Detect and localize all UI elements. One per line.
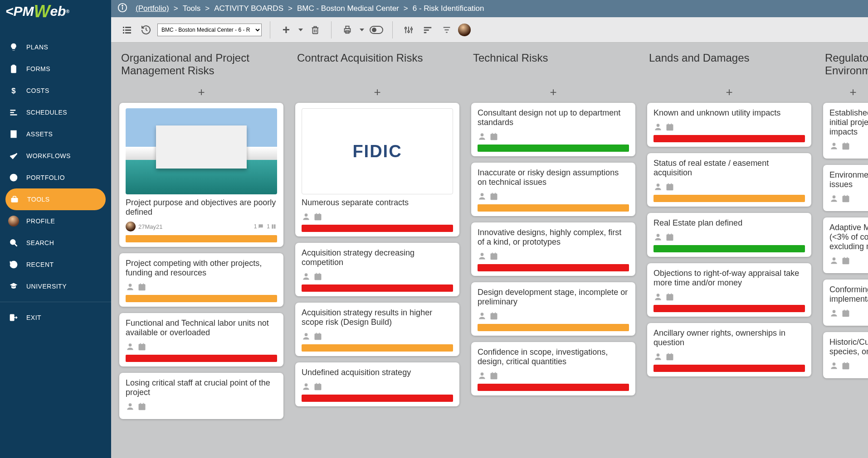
nav-item-profile[interactable]: PROFILE	[0, 210, 111, 232]
svg-rect-143	[843, 144, 848, 149]
nav-item-exit[interactable]: EXIT	[0, 302, 111, 328]
card[interactable]: Inaccurate or risky design assumptions o…	[471, 163, 635, 216]
card[interactable]: Status of real estate / easement acquisi…	[647, 153, 811, 207]
status-bar	[302, 395, 453, 402]
card-title: Design development stage, incomplete or …	[478, 288, 629, 307]
column-add-button[interactable]: +	[471, 84, 635, 103]
column-title: Regulatory Environme	[823, 48, 868, 84]
nav-item-schedules[interactable]: SCHEDULES	[0, 101, 111, 123]
bulb-icon	[8, 42, 19, 53]
breadcrumb-segment[interactable]: ACTIVITY BOARDS	[214, 4, 283, 13]
card[interactable]: Innovative designs, highly complex, firs…	[471, 222, 635, 276]
card[interactable]: Known and unknown utility impacts	[647, 103, 811, 147]
card[interactable]: Losing critical staff at crucial point o…	[119, 373, 283, 419]
svg-rect-138	[667, 354, 673, 360]
card[interactable]: Design development stage, incomplete or …	[471, 282, 635, 336]
history-icon	[8, 259, 19, 270]
svg-rect-51	[424, 32, 427, 33]
svg-rect-118	[667, 125, 673, 130]
print-dropdown-button[interactable]	[359, 22, 365, 38]
add-button[interactable]: +	[278, 22, 294, 38]
card[interactable]: Undefined acquisition strategy	[295, 362, 459, 406]
svg-point-157	[833, 310, 836, 313]
svg-point-87	[305, 383, 308, 386]
nav-item-portfolio[interactable]: PORTFOLIO	[0, 167, 111, 188]
card-meta-icons	[829, 141, 868, 150]
nav-item-tools[interactable]: TOOLS	[5, 188, 106, 210]
card-meta: 27May2111	[126, 222, 277, 231]
column-add-button[interactable]: +	[295, 84, 459, 103]
card-title: Historic/Cul species, or v	[829, 337, 868, 357]
nav-label: COSTS	[26, 87, 49, 94]
card[interactable]: FIDICNumerous separate contracts	[295, 103, 459, 236]
card[interactable]: Historic/Cul species, or v	[823, 332, 868, 378]
nav-item-forms[interactable]: FORMS	[0, 58, 111, 80]
nav-item-assets[interactable]: ASSETS	[0, 123, 111, 145]
settings-button[interactable]	[401, 22, 416, 38]
nav-label: FORMS	[26, 65, 50, 72]
card[interactable]: Project purpose and objectives are poorl…	[119, 103, 283, 247]
card-title: Functional and Technical labor units not…	[126, 318, 277, 337]
avatar-icon	[8, 216, 19, 227]
card[interactable]: Conforming implementa	[823, 280, 868, 326]
info-icon[interactable]	[117, 3, 127, 15]
exit-icon	[8, 312, 19, 323]
svg-point-82	[305, 333, 308, 336]
card-title: Project purpose and objectives are poorl…	[126, 198, 277, 217]
add-dropdown-button[interactable]	[297, 22, 304, 38]
nav-label: PLANS	[26, 43, 48, 51]
card[interactable]: Objections to right-of-way appraisal tak…	[647, 263, 811, 317]
board: Organizational and Project Management Ri…	[117, 46, 862, 454]
card[interactable]: Acquisition strategy results in higher s…	[295, 303, 459, 356]
breadcrumb-segment[interactable]: BMC - Boston Medical Center	[297, 4, 399, 13]
card-meta-icons	[126, 282, 277, 291]
board-scroll[interactable]: Organizational and Project Management Ri…	[111, 43, 868, 458]
status-bar	[302, 344, 453, 352]
list-view-button[interactable]	[119, 22, 135, 38]
card[interactable]: Acquisition strategy decreasing competit…	[295, 243, 459, 296]
nav-label: WORKFLOWS	[26, 152, 71, 159]
svg-rect-103	[491, 254, 497, 260]
column-title: Contract Acquisition Risks	[295, 48, 459, 84]
svg-rect-1	[13, 65, 15, 67]
status-bar	[302, 225, 453, 232]
column-add-button[interactable]: +	[823, 84, 868, 103]
card[interactable]: Environmen issues	[823, 165, 868, 211]
card[interactable]: Established initial projec impacts	[823, 103, 868, 159]
delete-button[interactable]	[307, 22, 323, 38]
breadcrumb-root[interactable]: (Portfolio)	[136, 4, 169, 13]
svg-point-127	[657, 234, 660, 237]
board-selector[interactable]: BMC - Boston Medical Center - 6 - R	[157, 24, 262, 36]
nav-item-workflows[interactable]: WORKFLOWS	[0, 145, 111, 167]
card-meta-icons	[302, 332, 453, 341]
card[interactable]: Consultant design not up to department s…	[471, 103, 635, 156]
toggle-button[interactable]	[369, 22, 384, 38]
status-bar	[653, 245, 805, 252]
breadcrumb-segment[interactable]: Tools	[183, 4, 201, 13]
card[interactable]: Functional and Technical labor units not…	[119, 313, 283, 366]
card[interactable]: Project competing with other projects, f…	[119, 253, 283, 307]
svg-rect-163	[843, 363, 848, 369]
status-bar	[478, 145, 629, 152]
svg-rect-83	[315, 334, 321, 340]
card[interactable]: Adaptive Ma (<3% of con excluding m	[823, 217, 868, 273]
breadcrumb-segment[interactable]: 6 - Risk Identification	[413, 4, 484, 13]
filter-button[interactable]	[439, 22, 454, 38]
card[interactable]: Ancillary owner rights, ownerships in qu…	[647, 323, 811, 376]
nav-item-plans[interactable]: PLANS	[0, 36, 111, 58]
card-meta-icons	[478, 132, 629, 141]
nav-item-costs[interactable]: $COSTS	[0, 80, 111, 101]
column-add-button[interactable]: +	[119, 84, 283, 103]
card[interactable]: Confidence in scope, investigations, des…	[471, 342, 635, 395]
card[interactable]: Real Estate plan defined	[647, 213, 811, 257]
history-button[interactable]	[138, 22, 154, 38]
column-add-button[interactable]: +	[647, 84, 811, 103]
nav-item-university[interactable]: UNIVERSITY	[0, 275, 111, 297]
nav-item-search[interactable]: SEARCH	[0, 232, 111, 254]
nav-item-recent[interactable]: RECENT	[0, 254, 111, 275]
svg-point-137	[657, 353, 660, 357]
sort-desc-button[interactable]	[420, 22, 435, 38]
print-button[interactable]	[340, 22, 355, 38]
user-avatar-button[interactable]	[458, 24, 471, 36]
svg-point-107	[481, 313, 484, 316]
